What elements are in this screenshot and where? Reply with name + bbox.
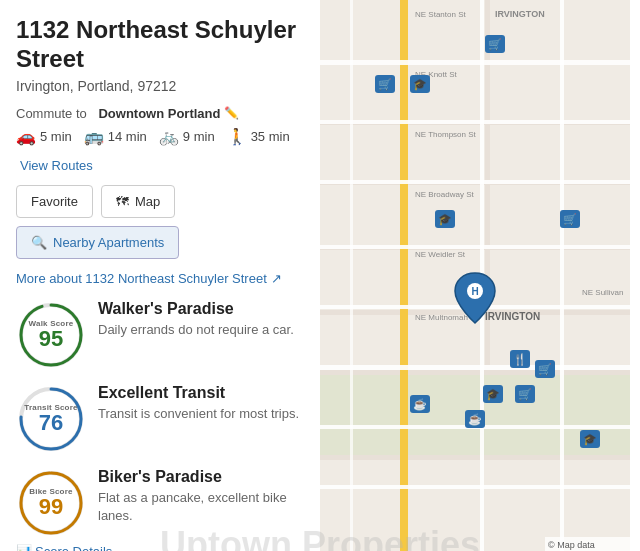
- svg-rect-16: [320, 185, 400, 245]
- score-details-link[interactable]: 📊 Score Details: [16, 544, 112, 551]
- chart-icon: 📊: [16, 544, 32, 551]
- svg-text:🎓: 🎓: [486, 387, 500, 401]
- svg-rect-27: [400, 0, 408, 551]
- svg-text:🎓: 🎓: [583, 432, 597, 446]
- svg-rect-36: [320, 365, 630, 370]
- map-button[interactable]: 🗺 Map: [101, 185, 175, 218]
- svg-text:☕: ☕: [468, 412, 482, 426]
- svg-rect-34: [320, 245, 630, 249]
- walk-score-info: Walker's Paradise Daily errands do not r…: [98, 300, 294, 339]
- bike-score-item: Bike Score 99 Biker's Paradise Flat as a…: [16, 468, 304, 538]
- svg-text:🛒: 🛒: [518, 387, 532, 401]
- map-icon: 🗺: [116, 194, 129, 209]
- svg-text:IRVINGTON: IRVINGTON: [485, 311, 540, 322]
- bike-score-badge: Bike Score 99: [16, 468, 86, 538]
- commute-mode-drive: 🚗 5 min: [16, 127, 72, 146]
- svg-text:NE Sullivan: NE Sullivan: [582, 288, 623, 297]
- more-about-link[interactable]: More about 1132 Northeast Schuyler Stree…: [16, 271, 304, 286]
- svg-text:NE Weidler St: NE Weidler St: [415, 250, 466, 259]
- map-container[interactable]: NE Stanton St NE Knott St NE Thompson St…: [320, 0, 630, 551]
- svg-rect-30: [350, 0, 353, 551]
- svg-rect-38: [320, 485, 630, 489]
- commute-mode-walk: 🚶 35 min: [227, 127, 290, 146]
- commute-mode-bike: 🚲 9 min: [159, 127, 215, 146]
- edit-commute-icon[interactable]: ✏️: [224, 106, 239, 120]
- commute-modes: 🚗 5 min 🚌 14 min 🚲 9 min 🚶 35 min View R…: [16, 127, 304, 173]
- svg-text:🛒: 🛒: [488, 37, 502, 51]
- street-address: 1132 Northeast Schuyler Street: [16, 16, 304, 74]
- drive-time: 5 min: [40, 129, 72, 144]
- svg-rect-32: [320, 120, 630, 124]
- svg-rect-23: [405, 315, 485, 370]
- svg-text:🛒: 🛒: [563, 212, 577, 226]
- svg-text:IRVINGTON: IRVINGTON: [495, 9, 545, 19]
- transit-score-badge: Transit Score 76: [16, 384, 86, 454]
- neighborhood: Irvington, Portland, 97212: [16, 78, 304, 94]
- svg-rect-22: [320, 315, 400, 370]
- svg-text:NE Stanton St: NE Stanton St: [415, 10, 466, 19]
- action-buttons: Favorite 🗺 Map 🔍 Nearby Apartments: [16, 185, 304, 259]
- transit-score-item: Transit Score 76 Excellent Transit Trans…: [16, 384, 304, 454]
- svg-rect-8: [405, 0, 485, 60]
- svg-rect-29: [560, 0, 564, 551]
- svg-rect-13: [320, 125, 400, 180]
- map-svg: NE Stanton St NE Knott St NE Thompson St…: [320, 0, 630, 551]
- favorite-button[interactable]: Favorite: [16, 185, 93, 218]
- bike-icon: 🚲: [159, 127, 179, 146]
- svg-text:H: H: [471, 286, 478, 297]
- transit-icon: 🚌: [84, 127, 104, 146]
- transit-time: 14 min: [108, 129, 147, 144]
- search-icon: 🔍: [31, 235, 47, 250]
- scores-section: Walk Score 95 Walker's Paradise Daily er…: [16, 300, 304, 538]
- walk-icon: 🚶: [227, 127, 247, 146]
- walk-score-badge: Walk Score 95: [16, 300, 86, 370]
- bike-time: 9 min: [183, 129, 215, 144]
- svg-rect-19: [320, 250, 400, 310]
- svg-text:© Map data: © Map data: [548, 540, 595, 550]
- view-routes-link[interactable]: View Routes: [20, 158, 93, 173]
- svg-text:NE Broadway St: NE Broadway St: [415, 190, 474, 199]
- svg-text:🍴: 🍴: [513, 352, 527, 366]
- nearby-apartments-button[interactable]: 🔍 Nearby Apartments: [16, 226, 179, 259]
- svg-text:🛒: 🛒: [378, 77, 392, 91]
- drive-icon: 🚗: [16, 127, 36, 146]
- svg-rect-7: [320, 0, 400, 60]
- left-panel: 1132 Northeast Schuyler Street Irvington…: [0, 0, 320, 551]
- commute-section: Commute to Downtown Portland ✏️ 🚗 5 min …: [16, 106, 304, 173]
- svg-text:🎓: 🎓: [413, 77, 427, 91]
- svg-rect-31: [320, 60, 630, 65]
- transit-score-info: Excellent Transit Transit is convenient …: [98, 384, 299, 423]
- map-background: NE Stanton St NE Knott St NE Thompson St…: [320, 0, 630, 551]
- walk-time: 35 min: [251, 129, 290, 144]
- bike-score-info: Biker's Paradise Flat as a pancake, exce…: [98, 468, 304, 525]
- external-link-icon: ↗: [271, 271, 282, 286]
- svg-text:NE Thompson St: NE Thompson St: [415, 130, 477, 139]
- svg-text:☕: ☕: [413, 397, 427, 411]
- svg-text:🛒: 🛒: [538, 362, 552, 376]
- walk-score-item: Walk Score 95 Walker's Paradise Daily er…: [16, 300, 304, 370]
- commute-label: Commute to Downtown Portland ✏️: [16, 106, 304, 121]
- svg-rect-33: [320, 180, 630, 184]
- svg-text:🎓: 🎓: [438, 212, 452, 226]
- commute-mode-transit: 🚌 14 min: [84, 127, 147, 146]
